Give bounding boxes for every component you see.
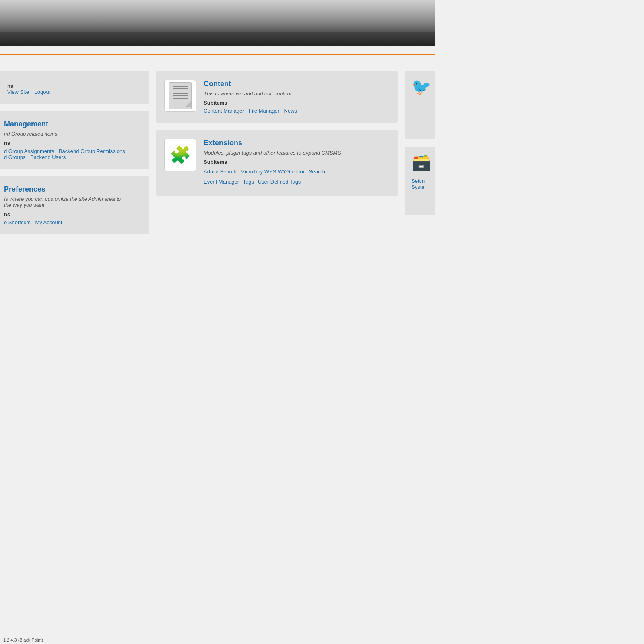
news-link[interactable]: News (284, 108, 297, 114)
content-title: Content (204, 80, 390, 88)
content-description: This is where we add and edit content. (204, 91, 390, 97)
logout-link[interactable]: Logout (35, 89, 51, 95)
content-manager-link[interactable]: Content Manager (204, 108, 244, 114)
system-partial-link[interactable]: Syste (411, 184, 435, 190)
extensions-subitems-label: Subitems (204, 159, 390, 165)
quick-links-section: ns View Site Logout (4, 77, 141, 97)
backend-group-permissions-link[interactable]: Backend Group Permissions (59, 148, 125, 154)
content-card: Content This is where we add and edit co… (156, 71, 398, 123)
content-icon (164, 80, 196, 112)
extensions-card-body: Extensions Modules, plugin tags and othe… (204, 139, 390, 187)
top-bar (0, 0, 435, 32)
extensions-card: 🧩 Extensions Modules, plugin tags and ot… (156, 130, 398, 196)
right-card-2: 🗃️ Settin Syste (405, 147, 435, 215)
my-account-link[interactable]: My Account (35, 219, 62, 225)
backend-users-link[interactable]: Backend Users (30, 154, 66, 160)
group-assignments-link[interactable]: d Group Assignments (4, 148, 54, 154)
document-icon (169, 82, 192, 109)
content-subitems-label: Subitems (204, 100, 390, 106)
user-defined-tags-link[interactable]: User Defined Tags (258, 179, 301, 185)
puzzle-icon: 🧩 (170, 147, 191, 163)
admin-search-link[interactable]: Admin Search (204, 169, 237, 175)
backend-groups-link[interactable]: d Groups (4, 154, 25, 160)
main-content: ns View Site Logout Management nd Group … (0, 55, 435, 254)
preferences-subitems-label: ns (4, 211, 141, 217)
right-icon-2: 🗃️ (411, 153, 435, 172)
management-title: Management (4, 120, 141, 128)
user-management-card: Management nd Group related items. ns d … (0, 111, 149, 169)
quick-links-label: ns (7, 83, 13, 89)
microtiny-link[interactable]: MicroTiny WYSIWYG editor (240, 169, 305, 175)
file-manager-link[interactable]: File Manager (249, 108, 279, 114)
extensions-icon: 🧩 (164, 139, 196, 171)
content-card-body: Content This is where we add and edit co… (204, 80, 390, 114)
event-manager-link[interactable]: Event Manager (204, 179, 239, 185)
extensions-links: Admin Search MicroTiny WYSIWYG editor Se… (204, 167, 390, 187)
extensions-description: Modules, plugin tags and other features … (204, 150, 390, 156)
right-card-1: 🐦 (405, 71, 435, 139)
preferences-description: Is where you can customize the site Admi… (4, 196, 141, 208)
tags-link[interactable]: Tags (243, 179, 254, 185)
search-link[interactable]: Search (309, 169, 325, 175)
preferences-card: Preferences Is where you can customize t… (0, 176, 149, 234)
settings-partial-link[interactable]: Settin (411, 178, 435, 184)
nav-bar (0, 32, 435, 46)
management-description: nd Group related items. (4, 131, 141, 137)
management-links: d Group Assignments Backend Group Permis… (4, 148, 141, 160)
extensions-title: Extensions (204, 139, 390, 147)
right-icon-1: 🐦 (411, 77, 435, 96)
view-site-link[interactable]: View Site (7, 89, 29, 95)
quick-links-card: ns View Site Logout (0, 71, 149, 104)
preferences-title: Preferences (4, 185, 141, 194)
preferences-links: e Shortcuts My Account (4, 219, 141, 225)
management-subitems-label: ns (4, 140, 141, 146)
grid-container: ns View Site Logout Management nd Group … (0, 63, 435, 238)
shortcuts-link[interactable]: e Shortcuts (4, 219, 31, 225)
content-links: Content Manager File Manager News (204, 108, 390, 114)
